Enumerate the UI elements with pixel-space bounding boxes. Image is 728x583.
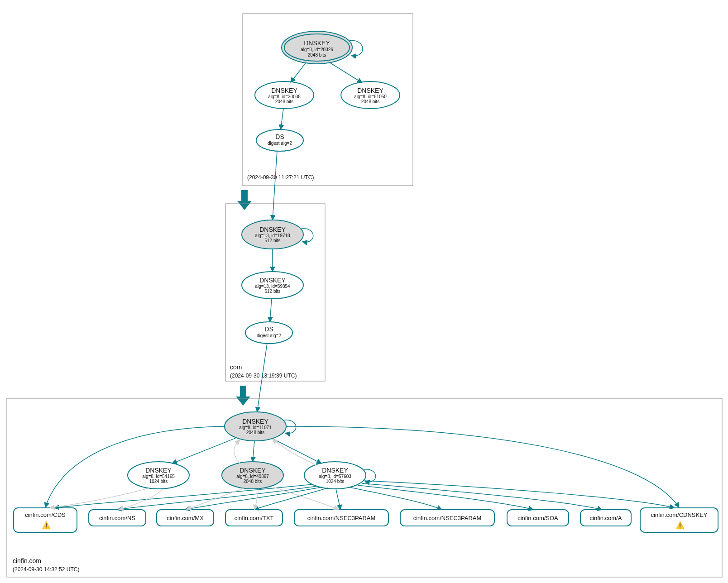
warning-icon: ⚠️ — [675, 521, 685, 530]
zone-name-leaf: cinfin.com — [13, 557, 41, 564]
rr-cdnskey[interactable]: cinfin.com/CDNSKEY ⚠️ — [640, 508, 718, 532]
edge — [272, 438, 321, 464]
edge — [330, 62, 362, 83]
label: 2048 bits — [275, 99, 294, 104]
edge — [253, 441, 254, 462]
label: alg=13, id=59354 — [255, 284, 290, 289]
zone-box-leaf — [7, 398, 722, 577]
label: cinfin.com/A — [590, 515, 622, 521]
edge — [54, 484, 312, 508]
edge — [270, 299, 272, 322]
label: DS — [275, 133, 284, 140]
label: alg=8, id=57603 — [319, 474, 351, 479]
zone-time-com: (2024-09-30 13:19:39 UTC) — [230, 373, 297, 379]
label: cinfin.com/MX — [167, 515, 204, 521]
label: cinfin.com/CDS — [25, 511, 66, 518]
rr-soa[interactable]: cinfin.com/SOA — [507, 510, 569, 526]
label: alg=8, id=11071 — [239, 425, 272, 430]
edge — [291, 62, 306, 82]
node-root-zsk2[interactable]: DNSKEY alg=8, id=61050 2048 bits — [341, 81, 400, 109]
label: alg=8, id=61050 — [354, 94, 387, 99]
zone-name-root: . — [247, 165, 249, 172]
label: alg=8, id=54165 — [142, 474, 175, 479]
label: DNSKEY — [322, 467, 348, 474]
node-com-ds[interactable]: DS digest alg=2 — [245, 322, 292, 344]
label: alg=13, id=19718 — [255, 233, 290, 238]
rr-txt[interactable]: cinfin.com/TXT — [225, 510, 283, 526]
zone-name-com: com — [230, 363, 242, 371]
rr-a[interactable]: cinfin.com/A — [580, 510, 631, 526]
label: cinfin.com/TXT — [235, 515, 274, 521]
edge — [172, 438, 235, 464]
node-com-zsk[interactable]: DNSKEY alg=13, id=59354 512 bits — [242, 272, 303, 299]
zone-time-root: (2024-09-30 11:27:21 UTC) — [247, 174, 314, 181]
label: cinfin.com/NSEC3PARAM — [413, 515, 482, 521]
edge-light — [273, 439, 317, 465]
node-leaf-k2[interactable]: DNSKEY alg=8, id=54165 1024 bits — [128, 462, 189, 489]
zone-time-leaf: (2024-09-30 14:32:52 UTC) — [13, 566, 79, 573]
label: 2048 bits — [244, 479, 262, 484]
label: DNSKEY — [357, 87, 383, 94]
label: DNSKEY — [145, 467, 172, 474]
edge-light — [187, 488, 244, 510]
node-leaf-k4[interactable]: DNSKEY alg=8, id=57603 1024 bits — [304, 462, 366, 489]
label: cinfin.com/SOA — [517, 515, 558, 521]
label: DNSKEY — [271, 87, 297, 94]
edge — [349, 487, 442, 510]
label: DS — [264, 325, 273, 333]
edge — [336, 489, 340, 510]
label: 1024 bits — [149, 479, 168, 484]
label: DNSKEY — [239, 467, 266, 474]
label: alg=8, id=20326 — [301, 47, 333, 52]
node-leaf-k3[interactable]: DNSKEY alg=8, id=40897 2048 bits — [222, 462, 283, 489]
node-com-ksk[interactable]: DNSKEY alg=13, id=19718 512 bits — [242, 220, 303, 249]
label: 512 bits — [264, 238, 280, 243]
label: digest alg=2 — [268, 141, 292, 146]
dnssec-graph: . (2024-09-30 11:27:21 UTC) DNSKEY alg=8… — [0, 0, 728, 583]
rr-cds[interactable]: cinfin.com/CDS ⚠️ — [14, 508, 77, 532]
label: 2048 bits — [246, 430, 265, 435]
edge — [185, 487, 322, 510]
label: 1024 bits — [326, 479, 345, 484]
label: 512 bits — [264, 289, 280, 294]
label: DNSKEY — [259, 226, 286, 233]
edge — [281, 109, 283, 129]
edge-light — [254, 489, 258, 510]
node-root-ds[interactable]: DS digest alg=2 — [256, 129, 303, 151]
warning-icon: ⚠️ — [42, 521, 51, 530]
label: cinfin.com/NS — [99, 515, 136, 521]
label: 2048 bits — [361, 99, 380, 104]
zone-arrow — [236, 386, 250, 406]
zone-arrow — [237, 190, 252, 210]
edge-light — [234, 440, 240, 464]
rr-nsec3a[interactable]: cinfin.com/NSEC3PARAM — [294, 510, 388, 526]
label: DNSKEY — [242, 418, 268, 425]
node-leaf-ksk[interactable]: DNSKEY alg=8, id=11071 2048 bits — [225, 412, 286, 441]
label: DNSKEY — [304, 39, 330, 47]
edge — [254, 488, 328, 510]
label: DNSKEY — [259, 277, 286, 284]
label: cinfin.com/CDNSKEY — [651, 511, 708, 518]
node-root-ksk[interactable]: DNSKEY alg=8, id=20326 2048 bits — [282, 31, 352, 64]
label: 2048 bits — [308, 53, 326, 57]
label: alg=8, id=40897 — [236, 474, 269, 479]
rr-ns[interactable]: cinfin.com/NS — [89, 510, 146, 526]
rr-nsec3b[interactable]: cinfin.com/NSEC3PARAM — [400, 510, 494, 526]
rr-mx[interactable]: cinfin.com/MX — [157, 510, 214, 526]
label: digest alg=2 — [257, 333, 282, 338]
edge — [364, 481, 675, 508]
label: cinfin.com/NSEC3PARAM — [307, 515, 376, 521]
node-root-zsk1[interactable]: DNSKEY alg=8, id=20038 2048 bits — [255, 81, 314, 109]
label: alg=8, id=20038 — [268, 94, 301, 99]
edge — [358, 485, 533, 510]
